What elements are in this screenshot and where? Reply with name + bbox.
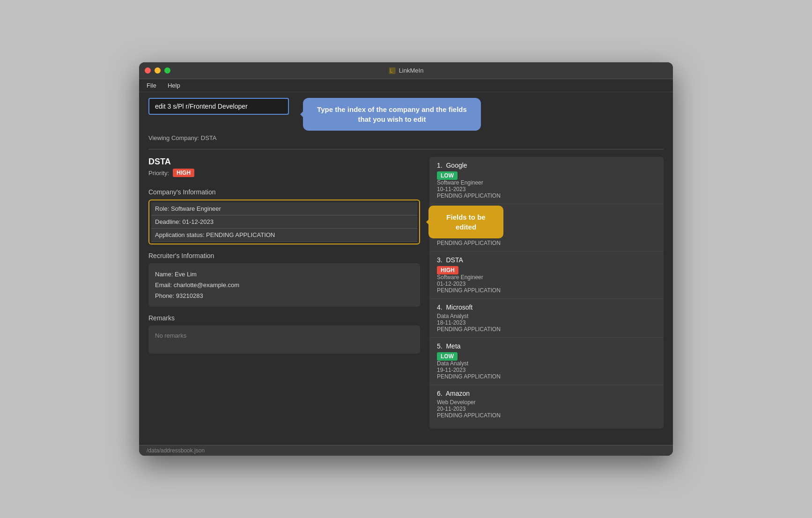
close-button[interactable] <box>145 67 151 74</box>
list-item-name: 5. Meta <box>437 342 656 350</box>
recruiter-section: Recruiter's Information Name: Eve Lim Em… <box>148 252 420 307</box>
list-item-name: 6. Amazon <box>437 390 656 397</box>
list-item-name: 4. Microsoft <box>437 303 656 311</box>
recruiter-phone: Phone: 93210283 <box>155 290 413 301</box>
list-item[interactable]: 1. Google LOW Software Engineer 10-11-20… <box>429 157 664 204</box>
top-section: Type the index of the company and the fi… <box>148 98 664 131</box>
app-icon: L <box>389 67 396 74</box>
company-header: DSTA Priority: HIGH <box>148 157 420 181</box>
priority-badge: HIGH <box>173 169 194 177</box>
title-bar: L LinkMeIn <box>139 62 673 79</box>
company-info-section: Company's Information Role: Software Eng… <box>148 188 420 244</box>
list-item-status: PENDING APPLICATION <box>437 192 656 199</box>
minimize-button[interactable] <box>155 67 161 74</box>
remarks-section: Remarks No remarks <box>148 314 420 354</box>
command-input[interactable] <box>148 98 289 115</box>
fields-to-be-edited-tooltip: Fields to be edited <box>428 206 503 238</box>
company-name: DSTA <box>148 157 420 167</box>
list-item-priority: LOW <box>437 171 458 180</box>
list-item-status: PENDING APPLICATION <box>437 412 656 419</box>
list-item-name: 3. DSTA <box>437 256 656 264</box>
list-item[interactable]: 3. DSTA HIGH Software Engineer 01-12-202… <box>429 252 664 299</box>
main-window: L LinkMeIn File Help Type the index of t… <box>139 62 673 456</box>
window-title: L LinkMeIn <box>389 67 424 74</box>
recruiter-email: Email: charlotte@example.com <box>155 280 413 290</box>
list-item-date: 20-11-2023 <box>437 406 656 412</box>
svg-text:L: L <box>390 68 393 74</box>
menu-help[interactable]: Help <box>166 81 182 90</box>
viewing-label: Viewing Company: DSTA <box>148 134 664 141</box>
menu-file[interactable]: File <box>145 81 158 90</box>
priority-row: Priority: HIGH <box>148 169 420 177</box>
divider <box>148 149 664 149</box>
list-item-role: Data Analyst <box>437 360 656 367</box>
list-item[interactable]: 6. Amazon Web Developer 20-11-2023 PENDI… <box>429 385 664 423</box>
remarks-box: No remarks <box>148 326 420 354</box>
maximize-button[interactable] <box>164 67 170 74</box>
list-item-name: 1. Google <box>437 162 656 169</box>
company-status-field: Application status: PENDING APPLICATION <box>151 229 417 242</box>
list-item[interactable]: 4. Microsoft Data Analyst 18-11-2023 PEN… <box>429 299 664 338</box>
priority-label: Priority: <box>148 170 169 177</box>
recruiter-title: Recruiter's Information <box>148 252 420 259</box>
list-item-date: 01-12-2023 <box>437 281 656 287</box>
remarks-text: No remarks <box>155 332 186 339</box>
content-area: Type the index of the company and the fi… <box>139 92 673 445</box>
list-item-role: Web Developer <box>437 399 656 406</box>
list-item-status: PENDING APPLICATION <box>437 240 656 246</box>
command-tooltip: Type the index of the company and the fi… <box>303 98 481 131</box>
list-item-priority: HIGH <box>437 266 458 274</box>
company-info-title: Company's Information <box>148 188 420 196</box>
remarks-title: Remarks <box>148 314 420 322</box>
list-item-date: 19-11-2023 <box>437 367 656 373</box>
list-item-role: Data Analyst <box>437 313 656 319</box>
list-item-date: 18-11-2023 <box>437 319 656 326</box>
list-item-status: PENDING APPLICATION <box>437 287 656 294</box>
list-item-status: PENDING APPLICATION <box>437 373 656 380</box>
company-deadline-field: Deadline: 01-12-2023 <box>151 215 417 229</box>
list-item-priority: LOW <box>437 352 458 361</box>
status-path: /data/addressbook.json <box>147 447 205 454</box>
list-item[interactable]: 5. Meta LOW Data Analyst 19-11-2023 PEND… <box>429 338 664 385</box>
recruiter-name: Name: Eve Lim <box>155 269 413 280</box>
traffic-lights <box>145 67 170 74</box>
main-content: DSTA Priority: HIGH Company's Informatio… <box>148 157 664 439</box>
menu-bar: File Help <box>139 79 673 92</box>
company-role-field: Role: Software Engineer <box>151 202 417 215</box>
list-item-date: 10-11-2023 <box>437 186 656 192</box>
list-item-status: PENDING APPLICATION <box>437 326 656 333</box>
list-item-role: Software Engineer <box>437 179 656 186</box>
company-list-panel[interactable]: 1. Google LOW Software Engineer 10-11-20… <box>429 157 664 429</box>
fields-highlight: Role: Software Engineer Deadline: 01-12-… <box>148 200 420 244</box>
left-panel: DSTA Priority: HIGH Company's Informatio… <box>148 157 420 439</box>
list-item-role: Software Engineer <box>437 274 656 281</box>
status-bar: /data/addressbook.json <box>139 445 673 456</box>
recruiter-box: Name: Eve Lim Email: charlotte@example.c… <box>148 263 420 307</box>
